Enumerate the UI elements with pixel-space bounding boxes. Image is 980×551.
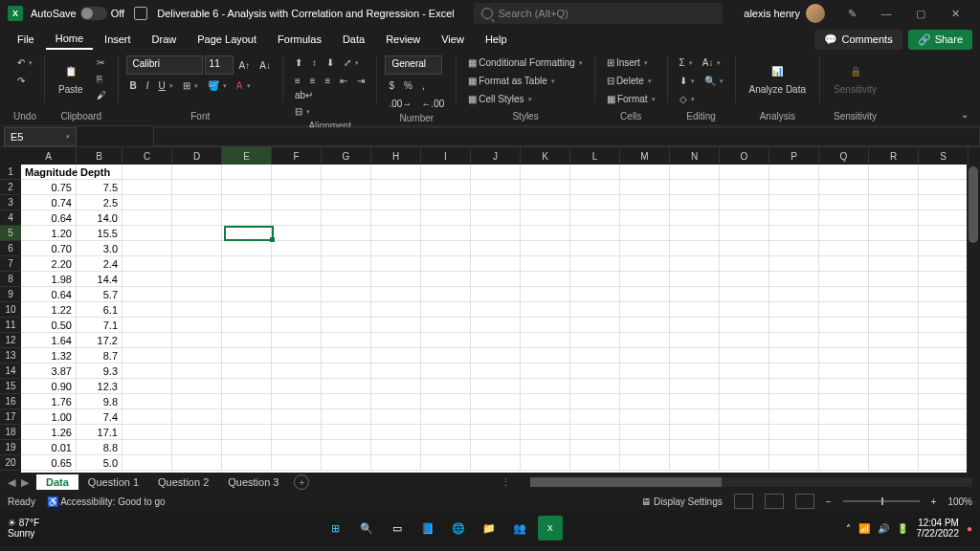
cell[interactable] (620, 165, 670, 180)
cell[interactable] (869, 318, 919, 333)
cell[interactable] (620, 409, 670, 425)
display-settings-button[interactable]: 🖥 Display Settings (641, 496, 722, 507)
cell[interactable] (421, 425, 471, 440)
cell[interactable] (421, 302, 471, 318)
cell[interactable] (819, 210, 869, 226)
cell[interactable] (819, 364, 869, 379)
paste-button[interactable]: 📋 Paste (53, 55, 89, 99)
italic-button[interactable]: I (143, 78, 153, 93)
cell[interactable] (272, 379, 322, 394)
sort-filter-button[interactable]: A↓▾ (699, 55, 725, 70)
cell[interactable] (570, 165, 620, 180)
status-accessibility[interactable]: ♿ Accessibility: Good to go (47, 496, 166, 507)
cell[interactable] (471, 394, 521, 409)
cell[interactable] (272, 180, 322, 195)
column-header-r[interactable]: R (869, 147, 919, 165)
cell[interactable] (670, 241, 720, 256)
cell[interactable] (172, 287, 222, 302)
comments-button[interactable]: 💬 Comments (814, 30, 902, 50)
cell[interactable] (670, 226, 720, 241)
cell[interactable] (272, 440, 322, 455)
cell[interactable] (471, 318, 521, 333)
cell[interactable] (869, 440, 919, 455)
cell[interactable]: 9.8 (77, 394, 122, 409)
underline-button[interactable]: U▾ (155, 78, 177, 93)
cell[interactable] (670, 364, 720, 379)
column-header-b[interactable]: B (77, 147, 122, 165)
toggle-switch[interactable] (80, 7, 107, 20)
cell[interactable] (272, 241, 322, 256)
cell[interactable] (521, 409, 570, 425)
cell[interactable] (720, 180, 769, 195)
cell[interactable]: 17.1 (77, 425, 122, 440)
row-header[interactable]: 16 (0, 394, 21, 409)
sheet-tab-q1[interactable]: Question 1 (78, 474, 148, 490)
cell[interactable] (720, 195, 769, 210)
cell[interactable]: Depth (77, 165, 122, 180)
autosum-button[interactable]: Σ▾ (676, 55, 697, 70)
cell[interactable] (670, 348, 720, 364)
cell[interactable] (919, 165, 969, 180)
cell[interactable] (272, 272, 322, 287)
cell[interactable] (322, 333, 371, 348)
cell[interactable] (521, 333, 570, 348)
cell[interactable] (769, 425, 819, 440)
cell[interactable] (670, 256, 720, 272)
cell[interactable] (371, 364, 421, 379)
cell[interactable]: 5.0 (77, 455, 122, 471)
cell[interactable] (620, 394, 670, 409)
column-header-p[interactable]: P (769, 147, 819, 165)
cell[interactable] (122, 302, 172, 318)
cell[interactable] (869, 256, 919, 272)
cell[interactable] (919, 226, 969, 241)
cell[interactable]: 1.76 (21, 394, 77, 409)
cell[interactable] (670, 287, 720, 302)
cell[interactable] (272, 318, 322, 333)
cell[interactable] (471, 287, 521, 302)
name-box[interactable]: E5 ▾ (4, 127, 77, 146)
cell[interactable] (421, 455, 471, 471)
cell[interactable] (819, 256, 869, 272)
cell[interactable] (570, 455, 620, 471)
cell[interactable] (769, 333, 819, 348)
cell[interactable] (471, 180, 521, 195)
column-header-h[interactable]: H (371, 147, 421, 165)
cell[interactable] (371, 226, 421, 241)
cell[interactable] (272, 425, 322, 440)
cell[interactable] (222, 287, 272, 302)
cell[interactable] (371, 302, 421, 318)
cell[interactable] (272, 195, 322, 210)
cell[interactable] (421, 180, 471, 195)
cell[interactable] (122, 226, 172, 241)
cell[interactable] (471, 195, 521, 210)
column-header-e[interactable]: E (222, 147, 272, 165)
row-header[interactable]: 9 (0, 287, 21, 302)
column-header-a[interactable]: A (21, 147, 77, 165)
cell[interactable] (819, 241, 869, 256)
cell[interactable] (769, 226, 819, 241)
column-header-m[interactable]: M (620, 147, 670, 165)
tab-insert[interactable]: Insert (95, 30, 141, 49)
cell[interactable] (869, 455, 919, 471)
cell[interactable] (919, 287, 969, 302)
cells-area[interactable]: MagnitudeDepth0.757.50.742.50.6414.01.20… (21, 165, 980, 473)
cell[interactable] (769, 287, 819, 302)
page-break-view-button[interactable] (795, 494, 814, 509)
cell[interactable] (919, 364, 969, 379)
cell[interactable] (819, 165, 869, 180)
cell[interactable] (670, 210, 720, 226)
sheet-tab-q3[interactable]: Question 3 (218, 474, 288, 490)
cell[interactable] (919, 348, 969, 364)
cell[interactable] (322, 318, 371, 333)
cell[interactable] (322, 241, 371, 256)
cell[interactable] (371, 272, 421, 287)
cell[interactable] (819, 333, 869, 348)
cell[interactable]: 1.98 (21, 272, 77, 287)
cell[interactable] (272, 333, 322, 348)
align-top-icon[interactable]: ⬆ (291, 55, 306, 70)
cell[interactable] (869, 272, 919, 287)
user-account[interactable]: alexis henry (744, 4, 825, 23)
cell[interactable] (570, 440, 620, 455)
cell[interactable] (919, 333, 969, 348)
cell[interactable] (222, 180, 272, 195)
